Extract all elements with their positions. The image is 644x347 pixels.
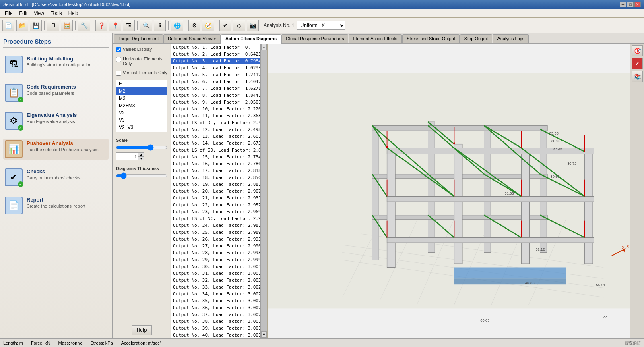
minimize-button[interactable]: ─ [620,2,626,7]
list-item-V2[interactable]: V2 [116,109,167,116]
output-list-item[interactable]: Output No. 8, Load Factor: 1.84476676 [171,92,260,99]
output-list-item[interactable]: Output No. 10, Load Factor: 2.22634588 [171,106,260,112]
output-list-item[interactable]: Output LS of DL, Load Factor: 2.40717198 [171,119,260,126]
output-list-item[interactable]: Output No. 1, Load Factor: 0. [171,44,260,51]
output-list-item[interactable]: Output No. 34, Load Factor: 3.00293628 [171,291,260,297]
scale-slider[interactable] [116,144,167,151]
output-list-item[interactable]: Output No. 32, Load Factor: 3.00226726 [171,277,260,284]
output-list-item[interactable]: Output No. 29, Load Factor: 2.99980153 [171,256,260,263]
toolbar-btn-open[interactable]: 📂 [16,20,28,31]
help-button[interactable]: Help [132,325,152,335]
output-list-item[interactable]: Output No. 11, Load Factor: 2.36864897 [171,112,260,119]
analysis-type-select[interactable]: Uniform +X Uniform -X Uniform +Y Uniform… [297,21,345,30]
output-list-item[interactable]: Output No. 30, Load Factor: 3.00102559 [171,263,260,270]
output-list-item[interactable]: Output No. 9, Load Factor: 2.0501971 [171,99,260,106]
scale-up-btn[interactable]: ▲ [138,152,144,156]
vertical-only-checkbox[interactable]: Vertical Elements Only [116,70,167,76]
output-list-item[interactable]: Output No. 25, Load Factor: 2.98900208 [171,229,260,236]
values-display-checkbox[interactable]: Values Display [116,47,167,52]
output-list-item[interactable]: Output No. 6, Load Factor: 1.4042879 [171,78,260,85]
step-pushover[interactable]: 📊 Pushover Analysis Run the selected Pus… [3,139,109,160]
output-list-item[interactable]: Output No. 28, Load Factor: 2.99806899 [171,249,260,256]
menu-edit[interactable]: Edit [16,10,31,17]
output-list-item[interactable]: Output No. 15, Load Factor: 2.73411349 [171,154,260,160]
toolbar-btn-new[interactable]: 📄 [2,20,14,31]
output-list-item[interactable]: Output No. 3, Load Factor: 0.798422 [171,58,260,64]
toolbar-btn-save[interactable]: 💾 [30,20,42,31]
step-code-requirements[interactable]: 📋 ✓ Code Requirements Code-based paramet… [3,82,109,103]
scale-down-btn[interactable]: ▼ [138,156,144,160]
output-list-item[interactable]: Output No. 18, Load Factor: 2.85056523 [171,174,260,181]
side-btn-check[interactable]: ✔ [632,58,643,69]
output-list-item[interactable]: Output No. 13, Load Factor: 2.60177809 [171,133,260,140]
output-list-item[interactable]: Output No. 5, Load Factor: 1.24125441 [171,71,260,78]
output-list-item[interactable]: Output No. 36, Load Factor: 3.00276167 [171,304,260,311]
toolbar-btn-help[interactable]: ❓ [95,20,107,31]
values-display-input[interactable] [116,47,121,52]
toolbar-btn-compass[interactable]: 🧭 [202,20,214,31]
step-report[interactable]: 📄 Report Create the calculations' report [3,195,109,216]
output-list-item[interactable]: Output No. 23, Load Factor: 2.96932622 [171,208,260,215]
side-btn-3d[interactable]: 🎯 [632,45,643,56]
list-item-M3[interactable]: M3 [116,95,167,102]
toolbar-btn-globe[interactable]: 🌐 [171,20,183,31]
tab-element-action[interactable]: Element Action Effects [349,34,402,43]
output-list-item[interactable]: Output No. 14, Load Factor: 2.67316708 [171,140,260,147]
output-list-item[interactable]: Output No. 16, Load Factor: 2.78049787 [171,160,260,167]
output-list-item[interactable]: Output No. 21, Load Factor: 2.93136089 [171,195,260,202]
horizontal-only-input[interactable] [116,57,121,62]
list-item-M2M3[interactable]: M2+M3 [116,102,167,109]
toolbar-btn-camera[interactable]: 📷 [247,20,259,31]
menu-help[interactable]: Help [65,10,82,17]
tab-global-response[interactable]: Global Response Parameters [281,34,348,43]
output-list-item[interactable]: Output No. 22, Load Factor: 2.95247789 [171,202,260,208]
list-item-V3[interactable]: V3 [116,116,167,124]
list-item-F[interactable]: F [116,80,167,87]
scroll-thumb[interactable] [261,50,267,331]
tab-analysis-logs[interactable]: Analysis Logs [493,34,529,43]
output-scrollbar[interactable]: ▲ ▼ [261,44,267,338]
output-list-item[interactable]: Output No. 39, Load Factor: 3.00166836 [171,325,260,332]
step-checks[interactable]: ✔ ✓ Checks Carry out members' checks [3,167,109,188]
toolbar-btn-settings[interactable]: ⚙ [188,20,200,31]
output-list-item[interactable]: Output LS of SD, Load Factor: 2.68586455 [171,147,260,154]
scroll-down-btn[interactable]: ▼ [261,331,267,338]
menu-view[interactable]: View [31,10,47,17]
toolbar-btn-shape[interactable]: ◇ [233,20,245,31]
output-list-item[interactable]: Output No. 17, Load Factor: 2.81836219 [171,167,260,174]
list-item-M2[interactable]: M2 [116,87,167,95]
output-list-item[interactable]: Output No. 31, Load Factor: 3.00173453 [171,270,260,277]
output-list-item[interactable]: Output No. 27, Load Factor: 2.99600227 [171,243,260,249]
side-btn-layers[interactable]: 📚 [632,71,643,82]
output-list-item[interactable]: Output No. 19, Load Factor: 2.88111066 [171,181,260,188]
vertical-only-input[interactable] [116,71,121,76]
toolbar-btn-info[interactable]: ℹ [154,20,166,31]
scale-input[interactable] [116,152,138,160]
output-list-item[interactable]: Output No. 7, Load Factor: 1.62783538 [171,85,260,92]
maximize-button[interactable]: □ [627,2,634,7]
tab-deformed-shape[interactable]: Deformed Shape Viewer [163,34,221,43]
output-list-item[interactable]: Output No. 33, Load Factor: 3.00280858 [171,284,260,291]
tab-action-effects[interactable]: Action Effects Diagrams [221,34,281,44]
tab-target-displacement[interactable]: Target Displacement [114,34,163,43]
list-item-V2V3[interactable]: V2+V3 [116,124,167,131]
output-list-item[interactable]: Output No. 35, Load Factor: 3.00257359 [171,297,260,304]
menu-file[interactable]: File [2,10,16,17]
scroll-up-btn[interactable]: ▲ [261,44,267,50]
tab-stress-strain[interactable]: Stress and Strain Output [402,34,459,43]
output-list-item[interactable]: Output No. 12, Load Factor: 2.49869757 [171,126,260,133]
output-list-item[interactable]: Output No. 38, Load Factor: 3.00191250 [171,318,260,325]
horizontal-only-checkbox[interactable]: Horizontal Elements Only [116,56,167,66]
output-list-item[interactable]: Output No. 24, Load Factor: 2.98132459 [171,222,260,229]
toolbar-btn-model[interactable]: 🏗 [123,20,135,31]
output-list-item[interactable]: Output No. 20, Load Factor: 2.90757698 [171,188,260,195]
toolbar-btn-6[interactable]: 🔧 [78,20,90,31]
output-list-item[interactable]: Output No. 4, Load Factor: 1.02958779 [171,64,260,71]
output-list-item[interactable]: Output LS of NC, Load Factor: 2.98010788 [171,215,260,222]
menu-tools[interactable]: Tools [47,10,65,17]
step-building-modelling[interactable]: 🏗 Building Modelling Building's structur… [3,54,109,75]
output-list-item[interactable]: Output No. 26, Load Factor: 2.99319858 [171,236,260,243]
toolbar-btn-check[interactable]: ✔ [219,20,231,31]
toolbar-btn-zoom[interactable]: 🔍 [140,20,152,31]
output-list-item[interactable]: Output No. 40, Load Factor: 3.00133367 [171,332,260,338]
